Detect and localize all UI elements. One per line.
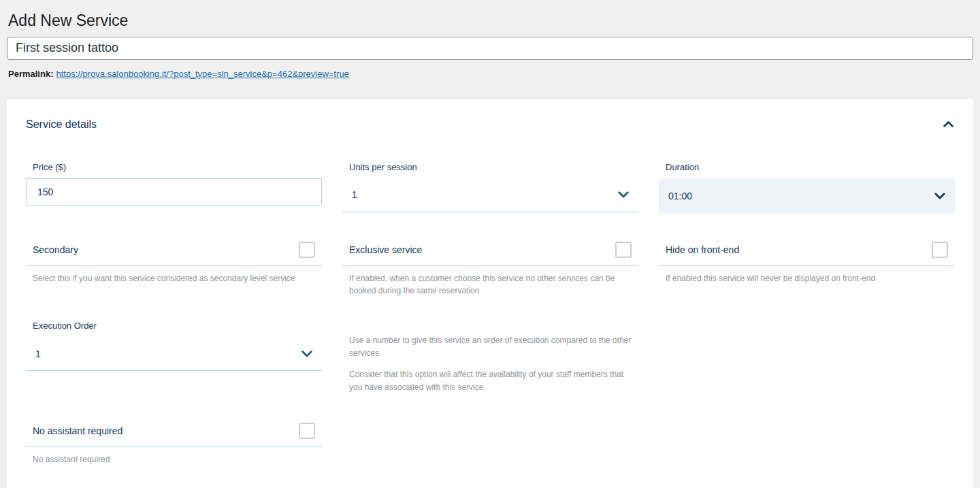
collapse-panel-button[interactable]: [943, 121, 953, 127]
no-assistant-checkbox[interactable]: [299, 423, 315, 439]
panel-title: Service details: [26, 118, 97, 131]
chevron-down-icon: [934, 193, 945, 199]
chevron-down-icon: [301, 351, 312, 357]
duration-selected-value: 01:00: [668, 191, 692, 201]
no-assistant-check-row: No assistant required: [26, 423, 322, 447]
secondary-checkbox[interactable]: [299, 242, 315, 258]
duration-label: Duration: [659, 162, 955, 172]
exclusive-service-help-text: If enabled, when a customer choose this …: [342, 272, 638, 297]
price-label: Price ($): [26, 162, 322, 172]
execution-order-row: Execution Order 1 Use a number to give t…: [26, 321, 955, 402]
permalink-label: Permalink:: [8, 69, 53, 79]
execution-order-select[interactable]: 1: [26, 337, 322, 371]
no-assistant-help-text: No assistant required: [26, 453, 322, 466]
execution-order-help: Use a number to give this service an ord…: [342, 334, 638, 402]
execution-order-help-text-2: Consider that this option will affect th…: [349, 368, 638, 393]
checkbox-row: Secondary Select this if you want this s…: [26, 242, 955, 297]
units-label: Units per session: [342, 162, 638, 172]
execution-order-help-text-1: Use a number to give this service an ord…: [349, 334, 638, 359]
exclusive-service-checkbox[interactable]: [615, 242, 632, 258]
price-field: Price ($): [26, 162, 322, 214]
secondary-field: Secondary Select this if you want this s…: [26, 242, 322, 297]
duration-select[interactable]: 01:00: [659, 178, 955, 214]
page: Add New Service Permalink:https://prova.…: [0, 0, 980, 488]
no-assistant-label: No assistant required: [33, 425, 122, 436]
units-per-session-field: Units per session 1: [342, 162, 638, 214]
panel-header: Service details: [26, 118, 955, 131]
hide-frontend-field: Hide on front-end If enabled this servic…: [659, 242, 955, 297]
exclusive-service-label: Exclusive service: [349, 244, 422, 255]
price-input[interactable]: [26, 178, 322, 206]
execution-order-selected-value: 1: [35, 348, 41, 359]
fields-row: Price ($) Units per session 1 Duration 0…: [26, 162, 955, 214]
execution-order-label: Execution Order: [26, 321, 322, 331]
permalink-link[interactable]: https://prova.salonbooking.it/?post_type…: [56, 69, 348, 79]
secondary-help-text: Select this if you want this service con…: [26, 272, 322, 285]
service-title-input[interactable]: [7, 37, 973, 60]
exclusive-service-field: Exclusive service If enabled, when a cus…: [342, 242, 638, 297]
chevron-down-icon: [618, 191, 629, 198]
units-selected-value: 1: [352, 189, 357, 200]
no-assistant-field: No assistant required No assistant requi…: [26, 423, 322, 466]
hide-frontend-checkbox[interactable]: [932, 242, 948, 258]
secondary-check-row: Secondary: [26, 242, 322, 266]
exclusive-check-row: Exclusive service: [342, 242, 638, 266]
units-select[interactable]: 1: [342, 178, 638, 212]
secondary-label: Secondary: [33, 244, 78, 255]
execution-order-field: Execution Order 1: [26, 321, 322, 402]
hide-frontend-check-row: Hide on front-end: [659, 242, 955, 266]
service-details-panel: Service details Price ($) Units per sess…: [7, 99, 973, 488]
duration-field: Duration 01:00: [659, 162, 955, 214]
page-title: Add New Service: [7, 0, 973, 37]
no-assistant-row: No assistant required No assistant requi…: [26, 423, 955, 466]
permalink: Permalink:https://prova.salonbooking.it/…: [8, 69, 973, 79]
hide-frontend-help-text: If enabled this service will never be di…: [659, 272, 955, 285]
hide-frontend-label: Hide on front-end: [666, 244, 739, 255]
chevron-up-icon: [943, 121, 953, 127]
